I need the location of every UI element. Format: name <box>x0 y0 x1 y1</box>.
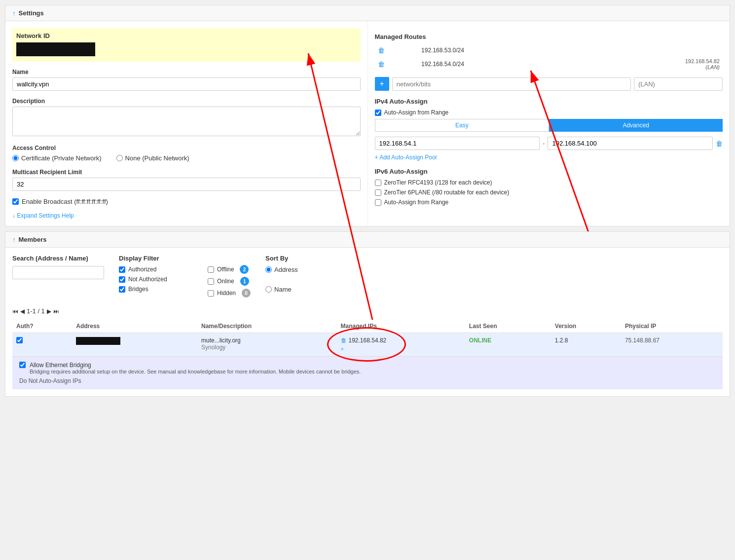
member-address-1 <box>72 333 197 356</box>
ipv4-title: IPv4 Auto-Assign <box>375 98 723 105</box>
sort-group: Sort By Address Name <box>265 255 298 300</box>
route-lan-input[interactable] <box>634 77 723 91</box>
members-table-wrapper: Auth? Address Name/Description Managed I… <box>12 320 723 389</box>
advanced-tab[interactable]: Advanced <box>549 119 723 132</box>
ipv6-autoassign-checkbox[interactable] <box>375 199 381 206</box>
route-network-1: 192.168.53.0/24 <box>418 44 584 56</box>
route-via-2: 192.168.54.82(LAN) <box>584 56 723 72</box>
last-page-btn[interactable]: ⏭ <box>53 308 59 315</box>
member-description-1: Synology <box>201 344 333 351</box>
pagination: ⏮ ◀ 1-1 / 1 ▶ ⏭ <box>12 307 723 315</box>
filter-online-checkbox[interactable] <box>208 278 214 285</box>
filter-hidden-checkbox[interactable] <box>208 290 214 297</box>
filter-not-authorized-checkbox[interactable] <box>119 276 125 283</box>
display-filter-title: Display Filter <box>119 255 193 262</box>
name-label: Name <box>12 69 361 75</box>
col-last-seen: Last Seen <box>465 320 551 333</box>
enable-broadcast-checkbox[interactable] <box>12 198 19 205</box>
bridging-label: Allow Ethernet Bridging <box>30 362 91 369</box>
ipv6-rfc4193-checkbox[interactable] <box>375 180 381 186</box>
network-id-value <box>16 42 95 56</box>
ipv6-6plane-checkbox[interactable] <box>375 189 381 196</box>
description-input[interactable] <box>12 107 361 136</box>
filter-not-authorized: Not Authorized <box>119 276 193 283</box>
col-address: Address <box>72 320 197 333</box>
route-network-input[interactable] <box>392 77 631 91</box>
enable-broadcast-row: Enable Broadcast (ff:ff:ff:ff:ff:ff) <box>12 198 361 205</box>
ip-range-row: - 🗑 <box>375 137 723 150</box>
managed-ip-item-1: 🗑 192.168.54.82 <box>341 337 461 344</box>
network-id-label: Network ID <box>16 32 357 39</box>
ipv6-title: IPv6 Auto-Assign <box>375 168 723 175</box>
sort-title: Sort By <box>265 255 298 262</box>
member-name-1: mute...licity.org Synology <box>197 333 337 356</box>
filter-bridges: Bridges <box>119 286 193 293</box>
filter-offline: Offline 2 <box>208 265 251 274</box>
member-auth-1 <box>12 333 72 356</box>
filter-hidden: Hidden 0 <box>208 289 251 298</box>
prev-page-btn[interactable]: ◀ <box>20 308 25 315</box>
search-input[interactable] <box>12 266 104 279</box>
access-control-label: Access Control <box>12 145 361 151</box>
enable-broadcast-label: Enable Broadcast (ff:ff:ff:ff:ff:ff) <box>22 198 108 205</box>
sort-name[interactable]: Name <box>265 286 298 293</box>
search-label: Search (Address / Name) <box>12 255 104 262</box>
managed-routes-title: Managed Routes <box>375 33 723 40</box>
next-page-btn[interactable]: ▶ <box>47 308 51 315</box>
sort-address[interactable]: Address <box>265 266 298 273</box>
delete-range[interactable]: 🗑 <box>716 140 723 148</box>
expand-settings-link[interactable]: ↓ Expand Settings Help <box>12 212 361 219</box>
ip-range-end[interactable] <box>548 137 713 150</box>
members-filters: Search (Address / Name) Display Filter A… <box>12 255 723 300</box>
route-row-2: 🗑 192.168.54.0/24 192.168.54.82(LAN) <box>375 56 723 72</box>
ip-range-start[interactable] <box>375 137 540 150</box>
members-header: ↑ Members <box>5 232 730 248</box>
name-input[interactable] <box>12 77 361 91</box>
routes-table: 🗑 192.168.53.0/24 🗑 192.168.54.0/24 192.… <box>375 44 723 72</box>
filter-bridges-checkbox[interactable] <box>119 286 125 293</box>
members-arrow-icon: ↑ <box>12 236 16 243</box>
bridging-row: Allow Ethernet Bridging Bridging require… <box>19 362 716 374</box>
col-auth: Auth? <box>12 320 72 333</box>
network-id-section: Network ID <box>12 28 361 62</box>
filter-online: Online 1 <box>208 277 251 286</box>
add-route-button[interactable]: + <box>375 77 389 91</box>
delete-route-2[interactable]: 🗑 <box>378 60 385 68</box>
col-version: Version <box>551 320 621 333</box>
easy-tab[interactable]: Easy <box>375 119 550 132</box>
bridging-checkbox[interactable] <box>19 362 26 368</box>
online-badge: 1 <box>240 277 249 286</box>
status-filter-group: Offline 2 Online 1 Hidden 0 <box>208 255 251 300</box>
route-via-1 <box>584 44 723 56</box>
route-network-2: 192.168.54.0/24 <box>418 56 584 72</box>
member-address-blacked <box>76 337 120 345</box>
add-pool-link[interactable]: + Add Auto-Assign Pool <box>375 154 723 161</box>
do-not-assign-link[interactable]: Do Not Auto-Assign IPs <box>19 377 716 384</box>
multicast-input[interactable] <box>12 178 361 191</box>
filter-offline-checkbox[interactable] <box>208 266 214 273</box>
description-label: Description <box>12 98 361 105</box>
access-control-public[interactable]: None (Public Network) <box>116 154 189 162</box>
member-auth-checkbox-1[interactable] <box>16 337 23 343</box>
ipv4-autoassign-label: Auto-Assign from Range <box>384 109 449 116</box>
display-filter-group: Display Filter Authorized Not Authorized… <box>119 255 193 300</box>
ipv4-autoassign-checkbox[interactable] <box>375 110 381 116</box>
hidden-badge: 0 <box>242 289 251 298</box>
first-page-btn[interactable]: ⏮ <box>12 308 18 315</box>
delete-managed-ip-1[interactable]: 🗑 <box>341 337 347 344</box>
settings-arrow-icon: ↑ <box>12 9 16 17</box>
expand-panel: Allow Ethernet Bridging Bridging require… <box>12 356 723 389</box>
ipv6-autoassign: Auto-Assign from Range <box>375 199 723 206</box>
member-row-1: mute...licity.org Synology 🗑 192.168.54.… <box>12 333 723 356</box>
col-physical-ip: Physical IP <box>621 320 723 333</box>
access-control-private[interactable]: Certificate (Private Network) <box>12 154 102 162</box>
delete-route-1[interactable]: 🗑 <box>378 46 385 54</box>
filter-authorized-checkbox[interactable] <box>119 266 125 273</box>
offline-badge: 2 <box>240 265 249 274</box>
settings-header: ↑ Settings <box>5 5 730 21</box>
pagination-text: 1-1 / 1 <box>27 307 45 315</box>
easy-advanced-tabs: Easy Advanced <box>375 119 723 132</box>
col-managed-ips: Managed IPs <box>337 320 465 333</box>
add-managed-ip[interactable]: + <box>341 346 461 352</box>
member-name-text-1: mute...licity.org <box>201 337 333 344</box>
